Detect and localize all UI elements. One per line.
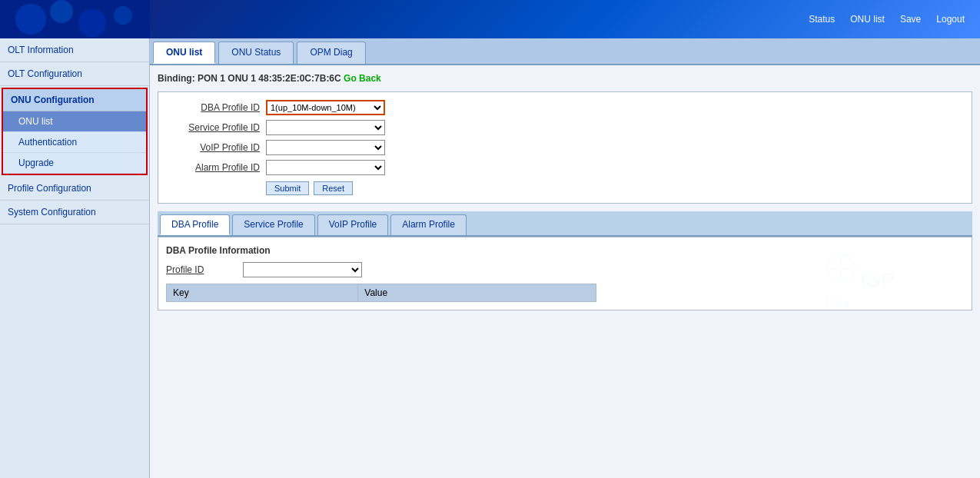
voip-profile-row: VoIP Profile ID bbox=[166, 140, 964, 155]
dba-profile-select[interactable]: 1(up_10M-down_10M)2(up_20M-down_20M)3(up… bbox=[266, 100, 385, 115]
alarm-profile-row: Alarm Profile ID bbox=[166, 160, 964, 175]
profile-info-title: DBA Profile Information bbox=[166, 245, 964, 256]
profile-tab-bar: DBA Profile Service Profile VoIP Profile… bbox=[158, 211, 972, 237]
table-header-value: Value bbox=[358, 284, 596, 302]
sidebar: OLT Information OLT Configuration ONU Co… bbox=[0, 38, 150, 478]
tab-opm-diag[interactable]: OPM Diag bbox=[297, 41, 365, 64]
profile-id-select[interactable] bbox=[243, 262, 362, 277]
binding-info: Binding: PON 1 ONU 1 48:35:2E:0C:7B:6C G… bbox=[158, 73, 972, 84]
voip-profile-label: VoIP Profile ID bbox=[166, 142, 266, 153]
reset-button[interactable]: Reset bbox=[314, 181, 353, 195]
table-header-key: Key bbox=[167, 284, 358, 302]
alarm-profile-select[interactable] bbox=[266, 160, 385, 175]
sidebar-sub-item-authentication[interactable]: Authentication bbox=[3, 132, 146, 153]
tab-service-profile[interactable]: Service Profile bbox=[232, 214, 314, 235]
dba-profile-row: DBA Profile ID 1(up_10M-down_10M)2(up_20… bbox=[166, 100, 964, 115]
alarm-profile-label: Alarm Profile ID bbox=[166, 162, 266, 173]
top-nav: Status ONU list Save Logout bbox=[809, 14, 965, 25]
dba-profile-label: DBA Profile ID bbox=[166, 102, 266, 113]
sidebar-item-olt-info[interactable]: OLT Information bbox=[0, 38, 149, 62]
logout-link[interactable]: Logout bbox=[936, 14, 965, 25]
service-profile-label: Service Profile ID bbox=[166, 122, 266, 133]
top-header: Status ONU list Save Logout bbox=[0, 0, 980, 38]
binding-text: Binding: PON 1 ONU 1 48:35:2E:0C:7B:6C bbox=[158, 73, 341, 84]
svg-text:Foro: Foro bbox=[826, 297, 849, 309]
tab-alarm-profile[interactable]: Alarm Profile bbox=[390, 214, 467, 235]
tab-onu-list[interactable]: ONU list bbox=[153, 41, 215, 64]
profile-data-table: Key Value bbox=[166, 284, 596, 302]
go-back-link[interactable]: Go Back bbox=[344, 73, 381, 84]
voip-profile-select[interactable] bbox=[266, 140, 385, 155]
sidebar-item-system-config[interactable]: System Configuration bbox=[0, 201, 149, 224]
sidebar-item-onu-config[interactable]: ONU Configuration bbox=[3, 89, 146, 111]
onu-list-link[interactable]: ONU list bbox=[850, 14, 885, 25]
profile-id-row: Profile ID bbox=[166, 262, 964, 277]
form-buttons: Submit Reset bbox=[166, 181, 964, 195]
profile-id-label: Profile ID bbox=[166, 264, 243, 275]
content-area: Binding: PON 1 ONU 1 48:35:2E:0C:7B:6C G… bbox=[150, 65, 980, 318]
profile-info-section: ISP Foro DBA Profile Information Profile… bbox=[158, 237, 972, 310]
status-link[interactable]: Status bbox=[809, 14, 835, 25]
sidebar-sub-item-onu-list[interactable]: ONU list bbox=[3, 111, 146, 132]
form-section: DBA Profile ID 1(up_10M-down_10M)2(up_20… bbox=[158, 91, 972, 204]
tab-voip-profile[interactable]: VoIP Profile bbox=[317, 214, 388, 235]
submit-button[interactable]: Submit bbox=[266, 181, 309, 195]
service-profile-row: Service Profile ID bbox=[166, 120, 964, 135]
service-profile-select[interactable] bbox=[266, 120, 385, 135]
save-link[interactable]: Save bbox=[900, 14, 921, 25]
layout: OLT Information OLT Configuration ONU Co… bbox=[0, 38, 980, 478]
sidebar-sub-item-upgrade[interactable]: Upgrade bbox=[3, 153, 146, 174]
tab-onu-status[interactable]: ONU Status bbox=[218, 41, 294, 64]
tab-dba-profile[interactable]: DBA Profile bbox=[160, 214, 230, 235]
onu-configuration-group: ONU Configuration ONU list Authenticatio… bbox=[2, 88, 148, 175]
main-content: ONU list ONU Status OPM Diag Binding: PO… bbox=[150, 38, 980, 478]
sidebar-item-olt-config[interactable]: OLT Configuration bbox=[0, 62, 149, 86]
main-tab-bar: ONU list ONU Status OPM Diag bbox=[150, 38, 980, 65]
sidebar-item-profile-config[interactable]: Profile Configuration bbox=[0, 177, 149, 201]
